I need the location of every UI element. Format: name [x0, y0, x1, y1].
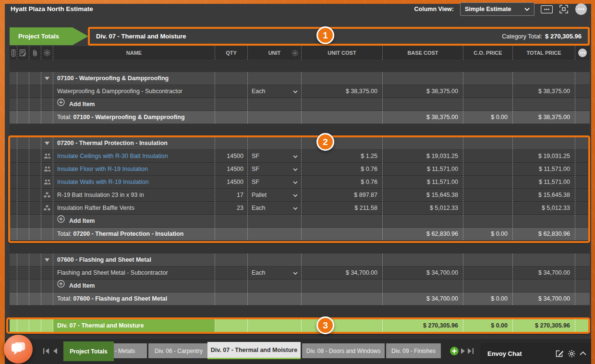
item-name[interactable]: R-19 Batt Insulation 23 in x 93 in [53, 189, 215, 201]
assembly-people-icon [41, 176, 53, 188]
item-co-price [463, 85, 513, 97]
material-icon [41, 202, 53, 214]
item-total-price: $ 19,031.25 [513, 150, 575, 162]
category-total-value: $ 270,305.96 [545, 33, 582, 40]
chevron-down-icon [293, 150, 298, 162]
gear-icon[interactable] [41, 46, 53, 60]
section-total-row: Total: 07600 - Flashing and Sheet Metal … [10, 292, 590, 305]
collapse-icon[interactable] [41, 72, 53, 85]
add-tab-icon[interactable] [449, 346, 459, 356]
add-item-button[interactable]: Add Item [53, 215, 215, 227]
item-qty[interactable]: 14500 [215, 176, 248, 188]
item-qty[interactable] [215, 267, 248, 279]
chat-panel-title: Envoy Chat [487, 350, 551, 357]
item-co-price [463, 267, 513, 279]
section-total-base: $ 62,830.96 [383, 228, 463, 240]
chevron-up-icon[interactable] [580, 352, 586, 355]
prev-icon[interactable] [53, 348, 57, 354]
unit-value: Each [252, 267, 266, 279]
column-name: NAME [53, 46, 215, 60]
tab-div-08-doors-and-windows[interactable]: Div. 08 - Doors and Windows [302, 343, 385, 358]
item-name-link[interactable]: Insulate Ceilings with R-30 Batt Insulat… [53, 150, 215, 162]
add-icon [57, 279, 65, 292]
unit-select[interactable]: SF [248, 176, 302, 188]
tab-div-07-thermal-and-moisture[interactable]: Div. 07 - Thermal and Moisture [207, 342, 301, 359]
expand-icon[interactable] [559, 4, 569, 14]
unit-gear-icon[interactable] [292, 50, 298, 56]
item-unit-cost[interactable]: $ 897.87 [302, 189, 383, 201]
chevron-down-icon [293, 202, 298, 214]
unit-value: SF [252, 163, 259, 175]
unit-value: Each [252, 85, 266, 97]
collapse-icon[interactable] [41, 254, 53, 266]
section-total-base: $ 38,375.00 [383, 111, 463, 123]
unit-value: SF [252, 150, 259, 162]
traffic-light-icon[interactable] [10, 46, 17, 60]
add-item-row: Add Item [10, 279, 590, 292]
category-header: Div. 07 - Thermal and Moisture Category … [88, 27, 590, 46]
item-total-price: $ 34,700.00 [513, 267, 575, 279]
material-icon [41, 189, 53, 201]
unit-select[interactable]: Each [248, 202, 302, 214]
section-07200: 07200 - Thermal Protection - Insulation … [10, 137, 590, 241]
unit-select[interactable]: Each [248, 85, 302, 97]
project-totals-header-tab[interactable]: Project Totals [10, 27, 88, 45]
division-total-base: $ 270,305.96 [383, 319, 463, 332]
column-view-label: Column View: [414, 6, 454, 12]
column-qty: QTY [215, 46, 248, 60]
item-name[interactable]: Insulation Rafter Baffle Vents [53, 202, 215, 214]
item-name-link[interactable]: Insulate Floor with R-19 Insulation [53, 163, 215, 175]
item-unit-cost[interactable]: $ 0.76 [302, 176, 383, 188]
item-co-price [463, 176, 513, 188]
add-item-button[interactable]: Add Item [53, 279, 215, 292]
item-unit-cost[interactable]: $ 211.58 [302, 202, 383, 214]
item-qty[interactable]: 17 [215, 189, 248, 201]
unit-select[interactable]: SF [248, 150, 302, 162]
item-base-cost: $ 5,012.33 [383, 202, 463, 214]
item-unit-cost[interactable]: $ 38,375.00 [302, 85, 383, 97]
tab-div-09-finishes[interactable]: Div. 09 - Finishes [386, 343, 441, 358]
first-page-icon[interactable] [43, 348, 50, 354]
item-qty[interactable]: 23 [215, 202, 248, 214]
add-item-row: Add Item [10, 215, 590, 228]
next-icon[interactable] [461, 348, 465, 354]
item-unit-cost[interactable]: $ 1.25 [302, 150, 383, 162]
column-view-select[interactable]: Simple Estimate [460, 2, 534, 16]
chevron-down-icon [293, 163, 298, 175]
last-page-icon[interactable] [468, 348, 474, 354]
item-qty[interactable]: 14500 [215, 150, 248, 162]
section-total-co: $ 0.00 [463, 228, 513, 240]
app-window: Hyatt Plaza North Estimate Column View: … [0, 0, 595, 364]
item-name[interactable]: Flashing and Sheet Metal - Subcontractor [53, 267, 215, 279]
chat-fab-button[interactable] [4, 335, 33, 364]
tab-project-totals[interactable]: Project Totals [63, 341, 114, 361]
note-icon[interactable] [17, 46, 29, 60]
group-header-row: 07200 - Thermal Protection - Insulation [10, 137, 590, 150]
paperclip-icon[interactable] [29, 46, 41, 60]
table-row: Insulate Ceilings with R-30 Batt Insulat… [10, 150, 590, 163]
item-name[interactable]: Waterproofing & Dampproofing - Subcontra… [53, 85, 215, 97]
unit-select[interactable]: SF [248, 163, 302, 175]
unit-select[interactable]: Each [248, 267, 302, 279]
item-qty[interactable]: 14500 [215, 163, 248, 175]
section-total-label: Total: 07100 - Waterproofing & Dampproof… [53, 111, 215, 123]
item-unit-cost[interactable]: $ 34,700.00 [302, 267, 383, 279]
unit-select[interactable]: Pallet [248, 189, 302, 201]
item-base-cost: $ 34,700.00 [383, 267, 463, 279]
item-qty[interactable] [215, 85, 248, 97]
item-unit-cost[interactable]: $ 0.76 [302, 163, 383, 175]
group-title: 07600 - Flashing and Sheet Metal [53, 254, 215, 266]
group-title: 07200 - Thermal Protection - Insulation [53, 137, 215, 149]
unit-value: SF [252, 176, 259, 188]
item-name-link[interactable]: Insulate Walls with R-19 Insulation [53, 176, 215, 188]
gear-icon[interactable] [568, 350, 575, 357]
collapse-icon[interactable] [41, 137, 53, 149]
add-item-button[interactable]: Add Item [53, 98, 215, 110]
ellipsis-icon[interactable] [575, 3, 587, 15]
compose-icon[interactable] [556, 350, 564, 358]
column-more-ellipsis-icon[interactable] [575, 46, 590, 60]
keyboard-icon[interactable] [541, 5, 553, 13]
item-co-price [463, 150, 513, 162]
division-total-co: $ 0.00 [463, 319, 513, 332]
tab-div-06-carpentry[interactable]: Div. 06 - Carpentry [148, 343, 209, 358]
